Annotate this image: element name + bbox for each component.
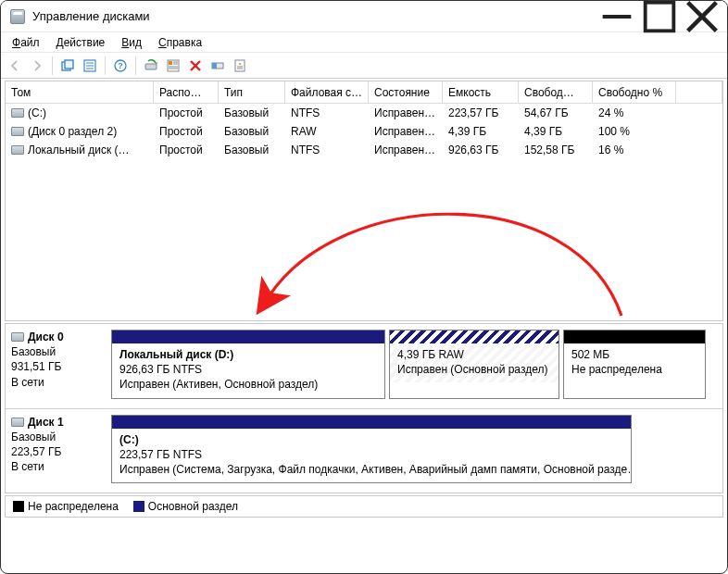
toolbar: ? [1,53,727,79]
cell-type: Базовый [219,144,285,156]
svg-text:?: ? [118,61,123,70]
col-type[interactable]: Тип [219,81,285,104]
nav-forward-button[interactable] [27,56,47,76]
table-row[interactable]: (Диск 0 раздел 2) Простой Базовый RAW Ис… [6,122,722,141]
volume-icon [11,145,24,155]
maximize-icon [638,0,681,38]
disk-graphic-panel: Диск 0 Базовый 931,51 ГБ В сети Локальны… [5,323,723,493]
disk-header[interactable]: Диск 0 Базовый 931,51 ГБ В сети [11,330,106,399]
legend-unallocated: Не распределена [13,500,119,513]
cell-volume: Локальный диск (… [28,144,130,156]
volume-icon [11,127,24,136]
cell-volume: (Диск 0 раздел 2) [28,125,117,138]
table-row[interactable]: Локальный диск (… Простой Базовый NTFS И… [6,141,722,159]
cell-fs: RAW [285,125,369,138]
partition-status: Исправен (Основной раздел) [397,362,551,377]
col-free[interactable]: Свобод… [519,81,593,104]
cell-free: 54,67 ГБ [519,106,593,119]
disk-icon [11,418,24,427]
partition[interactable]: Локальный диск (D:) 926,63 ГБ NTFS Испра… [111,330,385,399]
cell-freepct: 100 % [593,125,676,138]
partition-status: Исправен (Активен, Основной раздел) [119,377,377,392]
disk-type: Базовый [11,344,106,359]
svg-point-24 [239,63,241,65]
col-layout[interactable]: Распо… [154,81,219,104]
disk-partitions: (C:) 223,57 ГБ NTFS Исправен (Система, З… [111,415,717,484]
window-buttons [596,2,723,31]
cell-status: Исправен… [369,106,443,119]
menu-help[interactable]: Справка [151,34,209,51]
delete-button[interactable] [185,56,206,76]
menu-view[interactable]: Вид [114,34,149,51]
disk-state: В сети [11,459,106,474]
cell-layout: Простой [154,144,219,156]
disk-size: 931,51 ГБ [11,359,106,374]
volume-table: Том Распо… Тип Файловая с… Состояние Емк… [5,81,723,321]
maximize-button[interactable] [638,2,681,31]
col-capacity[interactable]: Емкость [443,81,519,104]
disk-type: Базовый [11,430,106,444]
disk-partitions: Локальный диск (D:) 926,63 ГБ NTFS Испра… [111,330,717,399]
partition-color-bar [112,416,631,429]
cell-type: Базовый [219,106,285,119]
cell-capacity: 223,57 ГБ [443,106,519,119]
menu-file[interactable]: Файл [5,34,47,51]
nav-back-button[interactable] [5,56,25,76]
partition[interactable]: (C:) 223,57 ГБ NTFS Исправен (Система, З… [111,415,632,484]
rescan-icon [144,58,158,73]
partition-color-bar [112,331,384,343]
partition-size: 926,63 ГБ NTFS [119,362,377,377]
props-button[interactable] [80,56,100,76]
minimize-icon [596,0,638,38]
settings-list-icon [166,58,181,73]
table-row[interactable]: (C:) Простой Базовый NTFS Исправен… 223,… [6,104,722,122]
legend-primary: Основной раздел [133,500,238,513]
toolbar-sep [105,56,106,75]
cell-capacity: 4,39 ГБ [443,125,519,138]
menu-action[interactable]: Действие [49,34,113,51]
toolbar-sep [52,56,53,75]
properties-button[interactable] [230,56,250,76]
help-button[interactable]: ? [110,56,131,76]
x-icon [188,58,203,73]
partition[interactable]: 4,39 ГБ RAW Исправен (Основной раздел) [389,330,559,399]
table-header-row: Том Распо… Тип Файловая с… Состояние Емк… [6,81,722,104]
partition-color-bar [390,331,559,343]
cell-layout: Простой [154,106,219,119]
svg-rect-14 [169,61,172,65]
cell-status: Исправен… [369,144,443,156]
col-freepct[interactable]: Свободно % [593,81,676,104]
partition-status: Исправен (Система, Загрузка, Файл подкач… [119,462,623,477]
partition-size: 502 МБ [571,347,697,362]
settings-button[interactable] [163,56,183,76]
svg-rect-1 [646,2,674,31]
partition[interactable]: 502 МБ Не распределена [563,330,706,399]
close-button[interactable] [681,2,723,31]
col-status[interactable]: Состояние [369,81,443,104]
refresh-button[interactable] [57,56,78,76]
cell-volume: (C:) [28,106,46,119]
col-spacer [676,81,722,104]
titlebar: Управление дисками [1,1,727,32]
disk-icon [11,332,24,342]
minimize-button[interactable] [596,2,638,31]
properties-icon [232,58,247,73]
cell-free: 152,58 ГБ [519,144,593,156]
disk-block: Диск 0 Базовый 931,51 ГБ В сети Локальны… [6,324,722,409]
toolbar-sep [135,56,136,75]
partition-button[interactable] [207,56,228,76]
partition-title: (C:) [119,432,623,447]
disk-name: Диск 1 [28,415,64,430]
disk-name: Диск 0 [28,330,64,344]
partition-size: 4,39 ГБ RAW [397,347,551,362]
cell-fs: NTFS [285,144,369,156]
disk-header[interactable]: Диск 1 Базовый 223,57 ГБ В сети [11,415,106,484]
cell-freepct: 16 % [593,144,676,156]
disk-block: Диск 1 Базовый 223,57 ГБ В сети (C:) 223… [6,409,722,493]
col-volume[interactable]: Том [6,81,154,104]
partition-color-bar [564,331,705,343]
window-title: Управление дисками [32,9,596,23]
col-fs[interactable]: Файловая с… [285,81,369,104]
sheet-icon [82,58,97,73]
rescan-button[interactable] [141,56,161,76]
